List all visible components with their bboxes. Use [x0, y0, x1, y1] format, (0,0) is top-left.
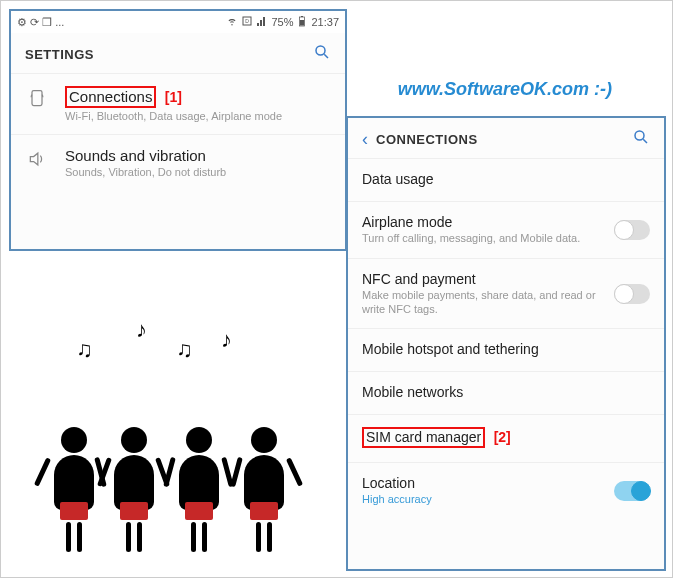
music-note-icon: ♪: [221, 327, 232, 353]
conn-item-title: Location: [362, 475, 614, 491]
location-toggle[interactable]: [614, 481, 650, 501]
wifi-icon: [226, 15, 238, 29]
settings-item-content: Connections [1] Wi-Fi, Bluetooth, Data u…: [65, 86, 331, 122]
conn-item-title: SIM card manager: [362, 427, 485, 448]
conn-item-subtitle: Turn off calling, messaging, and Mobile …: [362, 232, 614, 246]
nfc-toggle[interactable]: [614, 284, 650, 304]
watermark-text: www.SoftwareOK.com :-): [398, 79, 612, 100]
settings-item-title: Connections: [65, 86, 156, 108]
settings-item-subtitle: Sounds, Vibration, Do not disturb: [65, 166, 331, 178]
conn-item-sim-manager[interactable]: SIM card manager [2]: [348, 414, 664, 462]
music-note-icon: ♪: [136, 317, 147, 343]
back-button[interactable]: ‹: [362, 129, 368, 150]
search-icon[interactable]: [313, 43, 331, 65]
annotation-marker: [1]: [165, 89, 182, 105]
signal-icon: [256, 15, 268, 29]
battery-icon: [296, 15, 308, 29]
conn-item-title: Mobile hotspot and tethering: [362, 341, 650, 357]
music-note-icon: ♫: [76, 337, 93, 363]
conn-item-title: Airplane mode: [362, 214, 614, 230]
svg-text:D: D: [246, 18, 250, 24]
svg-point-8: [635, 131, 644, 140]
connections-header: ‹ CONNECTIONS: [348, 118, 664, 158]
svg-rect-3: [300, 20, 304, 26]
conn-item-mobile-networks[interactable]: Mobile networks: [348, 371, 664, 414]
conn-item-subtitle: High accuracy: [362, 493, 614, 507]
settings-item-sounds[interactable]: Sounds and vibration Sounds, Vibration, …: [11, 134, 345, 190]
svg-rect-4: [301, 16, 303, 17]
connections-list: Data usage Airplane mode Turn off callin…: [348, 158, 664, 519]
settings-item-subtitle: Wi-Fi, Bluetooth, Data usage, Airplane m…: [65, 110, 331, 122]
data-icon: D: [241, 15, 253, 29]
status-time: 21:37: [311, 16, 339, 28]
annotation-marker: [2]: [494, 429, 511, 445]
conn-item-title: Data usage: [362, 171, 650, 187]
page-title: CONNECTIONS: [376, 132, 478, 147]
decoration-singers: ♫ ♪ ♫ ♪: [46, 332, 316, 552]
settings-item-content: Sounds and vibration Sounds, Vibration, …: [65, 147, 331, 178]
battery-percent: 75%: [271, 16, 293, 28]
conn-item-data-usage[interactable]: Data usage: [348, 158, 664, 201]
conn-item-airplane[interactable]: Airplane mode Turn off calling, messagin…: [348, 201, 664, 258]
music-note-icon: ♫: [176, 337, 193, 363]
settings-panel: ⚙ ⟳ ❒ ... D 75% 21:37 SETTINGS: [9, 9, 347, 251]
svg-point-5: [316, 46, 325, 55]
conn-item-nfc[interactable]: NFC and payment Make mobile payments, sh…: [348, 258, 664, 329]
conn-item-subtitle: Make mobile payments, share data, and re…: [362, 289, 614, 317]
sound-icon: [25, 147, 49, 169]
airplane-toggle[interactable]: [614, 220, 650, 240]
connections-icon: [25, 86, 49, 108]
conn-item-location[interactable]: Location High accuracy: [348, 462, 664, 519]
status-left-icons: ⚙ ⟳ ❒ ...: [17, 16, 64, 29]
connections-panel: ‹ CONNECTIONS Data usage Airplane mode T…: [346, 116, 666, 571]
page-title: SETTINGS: [25, 47, 94, 62]
svg-line-6: [324, 54, 328, 58]
status-bar: ⚙ ⟳ ❒ ... D 75% 21:37: [11, 11, 345, 33]
svg-rect-7: [32, 91, 42, 106]
settings-item-connections[interactable]: Connections [1] Wi-Fi, Bluetooth, Data u…: [11, 73, 345, 134]
conn-item-title: NFC and payment: [362, 271, 614, 287]
status-right: D 75% 21:37: [226, 15, 339, 29]
conn-item-hotspot[interactable]: Mobile hotspot and tethering: [348, 328, 664, 371]
svg-line-9: [643, 139, 647, 143]
settings-item-title: Sounds and vibration: [65, 147, 331, 164]
settings-header: SETTINGS: [11, 33, 345, 73]
conn-item-title: Mobile networks: [362, 384, 650, 400]
search-icon[interactable]: [632, 128, 650, 150]
